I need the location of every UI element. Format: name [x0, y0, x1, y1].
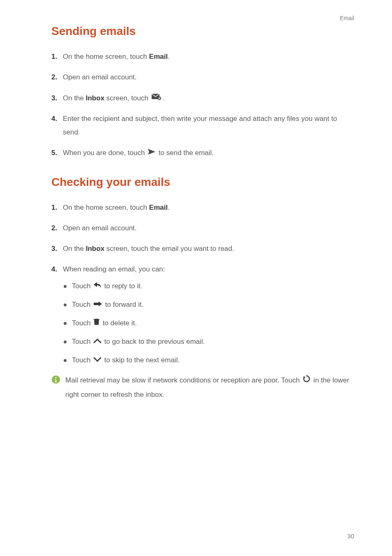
bullet-text: to go back to the previous email.: [102, 338, 205, 345]
step-text: .: [168, 53, 170, 60]
heading-sending-emails: Sending emails: [51, 25, 354, 38]
send-icon: [148, 146, 156, 160]
bullet-text: to reply to it.: [102, 282, 142, 290]
step-bold: Email: [149, 204, 168, 211]
step-text: screen, touch: [104, 94, 150, 102]
compose-icon: [151, 92, 162, 105]
step-text: Open an email account.: [63, 224, 137, 232]
heading-checking-emails: Checking your emails: [51, 176, 354, 189]
bullet-text: to delete it.: [101, 319, 137, 327]
trash-icon: [93, 317, 100, 329]
step-text: screen, touch the email you want to read…: [104, 245, 234, 253]
info-icon: [51, 375, 60, 389]
bullet-text: Touch: [72, 301, 92, 308]
list-item: Touch to skip to the next email.: [63, 354, 354, 366]
bullet-text: to skip to the next email.: [102, 356, 180, 364]
page-number: 30: [347, 533, 354, 540]
step-text: to send the email.: [157, 149, 214, 157]
step-bold: Inbox: [86, 94, 104, 102]
step-item: Open an email account.: [51, 222, 354, 235]
info-note: Mail retrieval may be slow if network co…: [51, 373, 354, 402]
bullet-text: Touch: [72, 338, 92, 345]
header-section-label: Email: [340, 15, 354, 21]
step-text: Enter the recipient and subject, then wr…: [63, 115, 337, 136]
step-text: On the home screen, touch: [63, 204, 149, 211]
refresh-icon: [302, 374, 311, 388]
bullet-text: Touch: [72, 356, 92, 364]
info-text: Mail retrieval may be slow if network co…: [65, 373, 354, 402]
step-bold: Inbox: [86, 245, 104, 253]
info-line: Mail retrieval may be slow if network co…: [65, 376, 281, 384]
svg-point-2: [55, 377, 56, 378]
forward-icon: [93, 299, 102, 311]
step-text: .: [168, 204, 170, 211]
list-item: Touch to forward it.: [63, 299, 354, 311]
step-bold: Email: [149, 53, 168, 60]
step-text: On the: [63, 245, 86, 253]
chevron-down-icon: [93, 354, 101, 366]
info-line-pre: Touch: [281, 376, 302, 384]
chevron-up-icon: [93, 336, 101, 348]
step-item: When reading an email, you can: Touch to…: [51, 263, 354, 366]
step-text: Open an email account.: [63, 73, 137, 81]
step-text: On the: [63, 94, 86, 102]
steps-sending: On the home screen, touch Email. Open an…: [51, 50, 354, 160]
step-text: When reading an email, you can:: [63, 265, 165, 273]
step-item: Enter the recipient and subject, then wr…: [51, 112, 354, 139]
step-item: When you are done, touch to send the ema…: [51, 146, 354, 160]
step-item: Open an email account.: [51, 71, 354, 84]
step-item: On the Inbox screen, touch the email you…: [51, 242, 354, 255]
bullet-text: Touch: [72, 319, 92, 327]
step-item: On the home screen, touch Email.: [51, 201, 354, 214]
step-text: .: [163, 94, 165, 102]
step-text: On the home screen, touch: [63, 53, 149, 60]
list-item: Touch to go back to the previous email.: [63, 336, 354, 348]
list-item: Touch to delete it.: [63, 317, 354, 329]
bullet-list: Touch to reply to it. Touch to forward i…: [63, 280, 354, 366]
bullet-text: Touch: [72, 282, 92, 290]
list-item: Touch to reply to it.: [63, 280, 354, 292]
reply-icon: [93, 280, 101, 292]
bullet-text: to forward it.: [103, 301, 143, 308]
step-text: When you are done, touch: [63, 149, 147, 157]
step-item: On the Inbox screen, touch .: [51, 92, 354, 105]
steps-checking: On the home screen, touch Email. Open an…: [51, 201, 354, 366]
step-item: On the home screen, touch Email.: [51, 50, 354, 63]
